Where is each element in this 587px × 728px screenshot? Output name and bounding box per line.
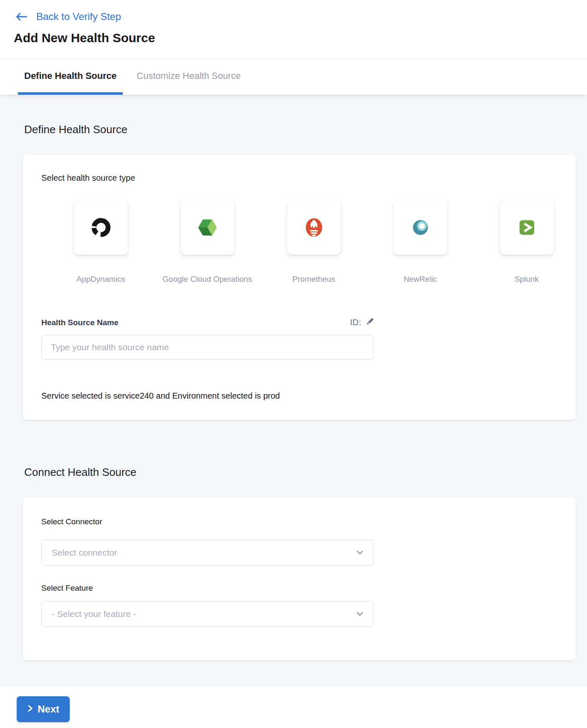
google-cloud-operations-tile[interactable] xyxy=(181,200,234,255)
newrelic-tile[interactable] xyxy=(394,200,447,255)
connect-health-source-card: Select Connector Select connector Select… xyxy=(23,498,576,660)
newrelic-icon xyxy=(409,216,432,239)
id-wrap: ID: xyxy=(350,317,374,327)
source-type-splunk: Splunk xyxy=(473,200,580,284)
google-cloud-operations-icon xyxy=(196,216,219,239)
source-type-label: Prometheus xyxy=(292,275,335,284)
chevron-down-icon xyxy=(357,549,363,556)
page-header: Back to Verify Step Add New Health Sourc… xyxy=(0,0,587,60)
define-health-source-card: Select health source type AppDynamics xyxy=(23,155,576,420)
health-source-name-input[interactable] xyxy=(41,335,374,360)
define-section-heading: Define Health Source xyxy=(24,95,576,136)
splunk-tile[interactable] xyxy=(500,200,554,255)
appdynamics-icon xyxy=(90,216,112,239)
feature-select-placeholder: - Select your feature - xyxy=(52,609,136,619)
source-type-appdynamics: AppDynamics xyxy=(48,200,154,284)
source-type-prometheus: Prometheus xyxy=(261,200,367,284)
back-link-label: Back to Verify Step xyxy=(36,11,121,23)
chevron-down-icon xyxy=(357,610,363,618)
id-label: ID: xyxy=(350,317,361,327)
connector-select-placeholder: Select connector xyxy=(52,548,117,558)
add-health-source-page: Back to Verify Step Add New Health Sourc… xyxy=(0,0,587,728)
select-type-label: Select health source type xyxy=(41,173,557,183)
next-button[interactable]: Next xyxy=(17,696,70,722)
source-type-grid: AppDynamics Google Cloud Operations xyxy=(48,200,557,284)
service-env-text: Service selected is service240 and Envir… xyxy=(41,391,557,401)
splunk-icon xyxy=(516,216,538,239)
back-to-verify-link[interactable]: Back to Verify Step xyxy=(15,11,121,23)
source-type-label: NewRelic xyxy=(403,275,437,284)
select-connector-label: Select Connector xyxy=(41,517,102,526)
page-footer: Next xyxy=(0,687,587,728)
health-source-name-row: Health Source Name ID: xyxy=(41,317,374,327)
feature-select[interactable]: - Select your feature - xyxy=(41,601,374,627)
health-source-tabbar: Define Health Source Customize Health So… xyxy=(0,60,587,95)
prometheus-icon xyxy=(303,216,325,239)
source-type-label: Splunk xyxy=(514,275,539,284)
page-title: Add New Health Source xyxy=(14,30,572,46)
back-arrow-icon xyxy=(15,12,28,22)
prometheus-tile[interactable] xyxy=(287,200,341,255)
connect-section-heading: Connect Health Source xyxy=(24,420,576,479)
next-button-label: Next xyxy=(38,703,59,715)
pencil-icon xyxy=(366,318,374,327)
source-type-label: AppDynamics xyxy=(76,275,125,284)
source-type-label: Google Cloud Operations xyxy=(162,275,252,284)
content-area: Define Health Source Select health sourc… xyxy=(0,95,587,687)
health-source-name-label: Health Source Name xyxy=(41,318,119,327)
select-feature-label: Select Feature xyxy=(41,584,557,593)
source-type-newrelic: NewRelic xyxy=(367,200,473,284)
edit-id-button[interactable] xyxy=(366,318,374,327)
source-type-gco: Google Cloud Operations xyxy=(154,200,261,284)
chevron-right-icon xyxy=(27,703,33,715)
appdynamics-tile[interactable] xyxy=(74,200,128,255)
connector-select[interactable]: Select connector xyxy=(41,540,374,566)
tab-define-health-source[interactable]: Define Health Source xyxy=(18,60,123,95)
tab-customize-health-source[interactable]: Customize Health Source xyxy=(137,60,240,95)
